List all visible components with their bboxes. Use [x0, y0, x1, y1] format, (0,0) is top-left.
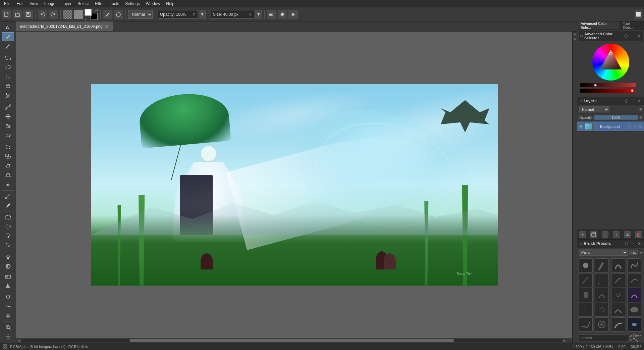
rect-sel2-button[interactable] [2, 212, 14, 221]
checkerboard-button[interactable] [63, 10, 72, 19]
brush-icon[interactable] [103, 10, 112, 19]
brush-item-4-2[interactable] [611, 317, 625, 332]
lasso1-button[interactable] [2, 232, 14, 241]
measure-tool-button[interactable] [2, 192, 14, 201]
foreground-swatch[interactable] [85, 9, 92, 16]
fill-tool-button[interactable] [2, 281, 14, 290]
brush-item-3-1[interactable] [595, 303, 609, 317]
brush-item-3-0[interactable] [579, 303, 593, 317]
layer-lock-icon[interactable] [638, 124, 643, 129]
layer-alpha-lock-icon[interactable] [627, 124, 632, 129]
sat-slider-options[interactable]: ⋯ [637, 89, 641, 92]
sat-slider-track[interactable] [580, 89, 636, 93]
brush-item-1-0[interactable] [579, 273, 593, 287]
blur-tool-button[interactable] [2, 311, 14, 320]
layers-float-button[interactable]: ⬡ [624, 98, 629, 104]
brush-item-1-3[interactable] [627, 273, 641, 287]
menu-help[interactable]: Help [163, 1, 177, 7]
layer-menu-button[interactable]: ≡ [624, 231, 631, 238]
lasso2-button[interactable] [2, 241, 14, 250]
menu-edit[interactable]: Edit [14, 1, 26, 7]
hue-slider-thumb[interactable] [594, 84, 597, 87]
crop-tool-button[interactable] [2, 131, 14, 140]
brush-item-0-1[interactable] [595, 258, 609, 272]
move-tool-button[interactable] [2, 112, 14, 121]
layer-item-background[interactable]: Background [577, 121, 644, 132]
menu-file[interactable]: File [1, 1, 13, 7]
hue-slider-options[interactable]: ⋯ [637, 84, 641, 87]
clone-tool-button[interactable] [2, 252, 14, 261]
size-display[interactable]: Size: 40,00 px ⇕ [211, 10, 254, 19]
text-tool-button[interactable]: A [2, 23, 14, 32]
brush-item-1-1[interactable] [595, 273, 609, 287]
brush-item-0-0[interactable] [579, 258, 593, 272]
canvas-tab[interactable]: electrichearts_20201224A_kiki_c1_2160P.p… [16, 21, 113, 31]
undo-button[interactable] [38, 10, 47, 19]
rotate-tool-button[interactable] [2, 142, 14, 151]
tab-tool-options[interactable]: Tool Opts... [620, 21, 644, 29]
layer-visibility-toggle[interactable] [579, 124, 583, 129]
heal-tool-button[interactable] [2, 262, 14, 271]
pan-tool-button[interactable] [2, 332, 14, 341]
size-arrows[interactable]: ⇕ [249, 12, 252, 17]
blend-mode-select[interactable]: Normal [128, 10, 153, 19]
brush-item-2-3[interactable] [627, 288, 641, 302]
menu-settings[interactable]: Settings [122, 1, 142, 7]
scissors-select-button[interactable] [2, 91, 14, 100]
hscroll-track[interactable] [21, 339, 562, 342]
add-layer-button[interactable]: + [579, 231, 586, 238]
layer-chain-icon[interactable] [594, 124, 599, 129]
hscroll-right-button[interactable]: ▸ [562, 338, 567, 343]
swap-colors-icon[interactable]: ⇄ [95, 9, 98, 12]
tab-advanced-color[interactable]: Advanced Color Sele... [577, 21, 620, 29]
brush-item-0-2[interactable] [611, 258, 625, 272]
align-left-icon[interactable] [267, 10, 276, 19]
path-tool-button[interactable] [2, 102, 14, 111]
align-tool-button[interactable] [2, 121, 14, 131]
reset-colors-icon[interactable]: ● [85, 18, 86, 21]
ellipse-sel2-button[interactable] [2, 222, 14, 231]
menu-view[interactable]: View [27, 1, 41, 7]
horizontal-scrollbar[interactable]: ◂ ▸ [16, 338, 572, 343]
vscroll-down-button[interactable]: ▾ [573, 37, 577, 42]
menu-tools[interactable]: Tools [107, 1, 122, 7]
vertical-scrollbar[interactable]: ▴ ▾ [572, 32, 577, 343]
menu-filter[interactable]: Filter [92, 1, 107, 7]
hscroll-thumb[interactable] [129, 339, 454, 342]
layer-inherit-icon[interactable] [633, 124, 637, 129]
perspective-tool-button[interactable] [2, 171, 14, 180]
hue-slider-track[interactable] [580, 83, 636, 87]
tab-close-button[interactable]: ✕ [105, 24, 109, 29]
color-wheel-container[interactable] [579, 42, 643, 82]
menu-window[interactable]: Window [143, 1, 163, 7]
brush-category-select[interactable]: Paint [579, 249, 628, 256]
eyedrop-tool-button[interactable] [2, 201, 14, 210]
new-button[interactable] [2, 10, 11, 19]
menu-select[interactable]: Select [75, 1, 91, 7]
open-button[interactable] [13, 10, 22, 19]
scale-tool-button[interactable] [2, 152, 14, 161]
align-center-icon[interactable] [278, 10, 287, 19]
layer-opacity-options[interactable]: ≡ [639, 115, 642, 120]
color-panel-close-button[interactable]: ✕ [636, 33, 641, 39]
layers-close-button[interactable]: ✕ [637, 98, 642, 104]
layers-options-icon[interactable]: ≡ [639, 107, 642, 112]
brush-options-icon[interactable]: ≡ [640, 250, 643, 255]
color-panel-minimize-button[interactable]: ─ [630, 33, 635, 39]
layers-minimize-button[interactable]: ─ [630, 98, 636, 104]
paintbrush-tool-button[interactable] [2, 32, 14, 41]
delete-layer-button[interactable]: 🗑 [635, 231, 642, 238]
brush-tag-button[interactable]: Tag [629, 250, 638, 255]
menu-layer[interactable]: Layer [59, 1, 74, 7]
flip-tool-button[interactable] [2, 180, 14, 189]
brush-item-2-2[interactable] [611, 288, 625, 302]
brush-close-button[interactable]: ✕ [637, 241, 642, 246]
move-layer-down-button[interactable]: ↓ [602, 231, 608, 238]
brush-item-0-3[interactable] [627, 258, 641, 272]
group-layer-button[interactable] [590, 231, 597, 238]
layer-opacity-slider[interactable]: 100% [594, 115, 638, 120]
brush-float-button[interactable]: ⬡ [624, 241, 629, 246]
dodge-burn-button[interactable] [2, 292, 14, 301]
maximize-icon[interactable]: ⬜ [635, 10, 642, 19]
fuzzy-select-button[interactable] [2, 82, 14, 91]
